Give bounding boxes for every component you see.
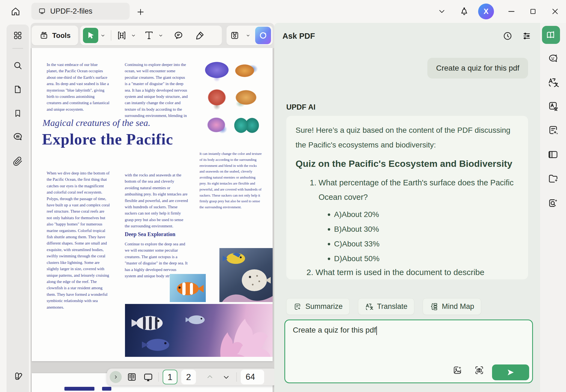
ai-chat-icon xyxy=(547,53,559,64)
page-button-2[interactable]: 2 xyxy=(181,370,196,384)
attach-image-button[interactable] xyxy=(451,364,464,376)
two-page-view-button[interactable] xyxy=(126,371,138,383)
pdf-paragraph: It can instantly change the color and te… xyxy=(199,151,263,210)
next-page-button[interactable] xyxy=(220,371,233,383)
new-tab-button[interactable] xyxy=(135,7,146,17)
text-icon xyxy=(144,30,154,41)
notifications-button[interactable] xyxy=(458,5,470,18)
coral-image-5 xyxy=(203,113,231,138)
assistant-name: UPDF AI xyxy=(286,103,528,111)
chat-transcript[interactable]: Create a quiz for this pdf UPDF AI Sure!… xyxy=(274,49,540,307)
page-button-1[interactable]: 1 xyxy=(163,370,177,384)
user-message-bubble: Create a quiz for this pdf xyxy=(427,58,528,79)
translate-button[interactable]: Translate xyxy=(358,298,415,315)
quiz-title: Quiz on the Pacific's Ecosystem and Biod… xyxy=(296,155,519,172)
chat-input[interactable]: Create a quiz for this pdf xyxy=(284,319,533,383)
pdf-kicker: Magical creatures of the sea. xyxy=(43,118,150,128)
chevron-down-icon[interactable] xyxy=(130,32,136,38)
document-tab[interactable]: UPDF-2-files xyxy=(31,3,130,20)
ai-assistant-button[interactable] xyxy=(255,27,271,44)
comment-icon xyxy=(173,30,184,41)
chevron-down-icon[interactable] xyxy=(100,32,106,38)
previous-page-button[interactable] xyxy=(204,371,216,383)
text-caret xyxy=(376,326,377,335)
option-text: C)About 33% xyxy=(334,237,380,251)
send-button[interactable] xyxy=(492,364,529,380)
home-button[interactable] xyxy=(8,4,23,19)
tab-ai-summary[interactable] xyxy=(547,124,559,136)
heading-tool-button[interactable] xyxy=(115,28,129,43)
tab-ai-export[interactable] xyxy=(547,172,559,185)
annotation-tool-group xyxy=(80,26,222,45)
sidebar-item-search[interactable] xyxy=(12,59,24,71)
chat-input-text: Create a quiz for this pdf xyxy=(293,326,377,335)
screenshot-button[interactable] xyxy=(473,364,485,376)
cursor-icon xyxy=(87,31,95,40)
bullet-icon xyxy=(328,258,330,260)
document-view[interactable]: In the vast embrace of our blue planet, … xyxy=(31,48,274,392)
page-icon xyxy=(13,85,23,94)
sidebar-item-comments[interactable] xyxy=(12,131,24,143)
summarize-button[interactable]: Summarize xyxy=(286,298,350,315)
summarize-icon xyxy=(293,302,302,311)
expand-pager-button[interactable] xyxy=(110,371,122,383)
title-bar: UPDF-2-files X xyxy=(0,0,566,23)
zoom-level-field[interactable]: 64 xyxy=(241,370,264,384)
tab-translate[interactable] xyxy=(547,76,559,89)
presentation-mode-button[interactable] xyxy=(142,371,154,383)
fish-photo-right xyxy=(219,248,273,302)
pdf-paragraph: Continuing to explore deeper into the oc… xyxy=(125,62,188,119)
chevron-down-icon[interactable] xyxy=(158,32,164,38)
sidebar-item-themes[interactable] xyxy=(12,370,24,382)
sidebar-item-attachments[interactable] xyxy=(12,155,24,167)
save-button[interactable] xyxy=(228,28,241,43)
pen-tool-button[interactable] xyxy=(193,28,207,43)
avatar[interactable]: X xyxy=(478,4,494,19)
text-tool-button[interactable] xyxy=(142,28,156,43)
maximize-button[interactable] xyxy=(527,5,539,18)
chat-settings-button[interactable] xyxy=(520,30,533,42)
sidebar-item-thumbnails[interactable] xyxy=(12,83,24,95)
maximize-icon xyxy=(529,7,537,16)
save-tool-group xyxy=(227,26,273,45)
sidebar-item-panels[interactable] xyxy=(12,29,24,41)
tab-reader-view[interactable] xyxy=(547,148,559,161)
quiz-option: B)About 30% xyxy=(328,222,519,237)
sidebar-item-bookmarks[interactable] xyxy=(12,107,24,119)
minimize-button[interactable] xyxy=(505,5,518,18)
tools-button[interactable]: Tools xyxy=(32,26,78,45)
coral-image-2 xyxy=(232,59,260,85)
collapse-toolbar-button[interactable] xyxy=(436,5,448,18)
coral-image-3 xyxy=(203,86,231,111)
left-sidebar xyxy=(7,25,29,392)
chevron-down-icon[interactable] xyxy=(245,32,251,38)
tab-title: UPDF-2-files xyxy=(50,7,93,16)
tab-ai-chat[interactable] xyxy=(547,52,559,65)
minimize-icon xyxy=(507,7,516,16)
save-icon xyxy=(230,31,240,40)
close-button[interactable] xyxy=(549,5,561,18)
select-tool-button[interactable] xyxy=(83,28,98,43)
summarize-label: Summarize xyxy=(305,302,343,311)
chat-history-button[interactable] xyxy=(501,30,514,42)
grid-icon xyxy=(13,31,23,40)
coral-image-6 xyxy=(232,113,260,138)
option-text: A)About 20% xyxy=(334,207,379,222)
tab-ask-pdf-active[interactable] xyxy=(542,26,560,44)
comment-tool-button[interactable] xyxy=(171,28,186,43)
pdf-page-1[interactable]: In the vast embrace of our blue planet, … xyxy=(32,48,273,361)
tab-ai-search[interactable] xyxy=(547,197,559,209)
bell-icon xyxy=(459,6,469,17)
chevron-down-icon xyxy=(437,7,446,16)
mind-map-button[interactable]: Mind Map xyxy=(423,298,481,315)
clownfish-photo xyxy=(170,274,206,302)
tools-label: Tools xyxy=(52,31,70,40)
tab-page-translate[interactable] xyxy=(547,100,559,112)
page2-text-fragment xyxy=(64,387,94,391)
toolbox-icon xyxy=(39,31,49,40)
chevron-down-icon xyxy=(222,373,230,381)
sliders-icon xyxy=(522,31,532,41)
chevron-right-icon xyxy=(112,374,119,380)
presentation-icon xyxy=(143,372,154,382)
input-value: Create a quiz for this pdf xyxy=(293,326,376,334)
